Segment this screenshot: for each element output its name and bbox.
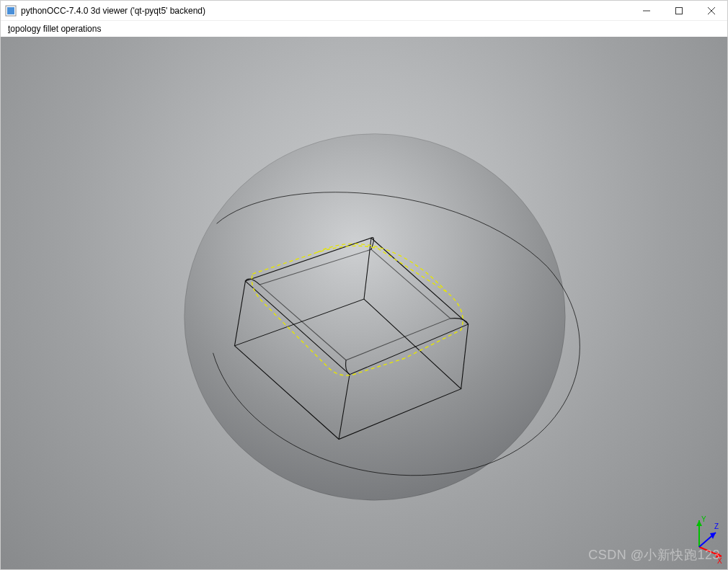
menu-label-rest: opology fillet operations [10,24,101,34]
menu-topology-fillet-operations[interactable]: topology fillet operations [4,22,105,35]
axis-y-label: Y [701,515,706,523]
menubar: topology fillet operations [1,21,727,37]
axis-x-label: X [717,557,722,565]
titlebar: pythonOCC-7.4.0 3d viewer ('qt-pyqt5' ba… [1,1,727,21]
svg-rect-1 [7,7,14,14]
sphere-body [185,134,566,501]
close-button[interactable] [695,1,727,20]
maximize-button[interactable] [662,1,695,20]
app-icon [5,5,17,17]
window-controls [630,1,727,20]
scene-canvas [1,37,727,569]
svg-rect-3 [675,7,682,14]
viewport-3d[interactable]: Y Z X CSDN @小新快跑123 [1,37,727,569]
axis-z-label: Z [714,522,719,530]
minimize-button[interactable] [630,1,662,20]
window-title: pythonOCC-7.4.0 3d viewer ('qt-pyqt5' ba… [21,6,630,16]
svg-marker-15 [710,533,716,539]
orientation-triad: Y Z X [674,515,724,565]
